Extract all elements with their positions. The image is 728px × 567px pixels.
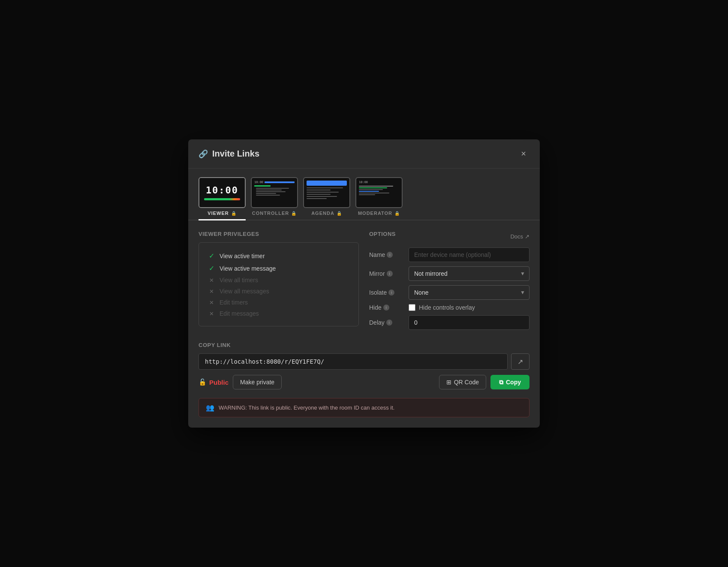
mo-lines bbox=[359, 186, 399, 195]
open-link-button[interactable]: ↗ bbox=[511, 353, 529, 370]
tc-line-3 bbox=[256, 191, 286, 192]
left-actions: 🔓 Public Make private bbox=[199, 375, 282, 389]
tc-line-1 bbox=[256, 188, 289, 189]
tab-moderator[interactable]: 10:00 MODERATOR 🔒 bbox=[355, 177, 403, 220]
agenda-lock-icon: 🔒 bbox=[337, 211, 342, 216]
warning-text: WARNING: This link is public. Everyone w… bbox=[219, 404, 394, 411]
name-row: Name i bbox=[369, 247, 529, 262]
viewer-lock-icon: 🔒 bbox=[231, 211, 237, 216]
agenda-tab-label: AGENDA 🔒 bbox=[311, 211, 342, 216]
priv-label-5: Edit timers bbox=[220, 299, 248, 306]
mirror-row: Mirror i Not mirrored Mirrored ▼ bbox=[369, 266, 529, 281]
mirror-select-wrap: Not mirrored Mirrored ▼ bbox=[409, 266, 529, 281]
hide-checkbox-row: Hide controls overlay bbox=[409, 304, 475, 311]
docs-link[interactable]: Docs ↗ bbox=[510, 233, 529, 240]
priv-label-1: View active timer bbox=[220, 253, 265, 259]
copy-link-section: Copy Link ↗ 🔓 Public Make private bbox=[199, 342, 529, 389]
tc-top-row: 10:00 bbox=[254, 181, 295, 184]
url-input[interactable] bbox=[199, 353, 508, 370]
priv-x-4: ✕ bbox=[208, 288, 215, 295]
tabs-row: 10:00 VIEWER 🔒 10:00 bbox=[188, 169, 540, 220]
isolate-info-icon[interactable]: i bbox=[388, 290, 394, 296]
hide-info-icon[interactable]: i bbox=[383, 305, 389, 311]
priv-label-3: View all timers bbox=[220, 277, 258, 284]
name-input[interactable] bbox=[409, 247, 529, 262]
priv-item-2: ✓ View active message bbox=[208, 262, 350, 274]
link-icon: 🔗 bbox=[199, 149, 208, 159]
priv-check-2: ✓ bbox=[208, 264, 215, 272]
tc-lines bbox=[254, 188, 295, 196]
priv-label-4: View all messages bbox=[220, 288, 269, 295]
mo-line-blue bbox=[359, 191, 379, 192]
moderator-lock-icon: 🔒 bbox=[394, 211, 400, 216]
copy-button[interactable]: ⧉ Copy bbox=[490, 375, 529, 389]
moderator-tab-label: MODERATOR 🔒 bbox=[358, 211, 400, 216]
mirror-label: Mirror i bbox=[369, 270, 403, 277]
ag-lines bbox=[307, 187, 347, 199]
tab-viewer[interactable]: 10:00 VIEWER 🔒 bbox=[199, 177, 246, 220]
hide-checkbox[interactable] bbox=[409, 304, 415, 311]
isolate-row: Isolate i None ▼ bbox=[369, 285, 529, 300]
tc-green-bar bbox=[254, 185, 271, 187]
name-info-icon[interactable]: i bbox=[387, 252, 393, 258]
options-section: Options Docs ↗ Name i bbox=[369, 231, 529, 330]
priv-item-3: ✕ View all timers bbox=[208, 274, 350, 286]
viewer-progress-bar bbox=[204, 198, 241, 200]
invite-links-modal: 🔗 Invite Links × 10:00 VIEWER 🔒 bbox=[188, 139, 540, 428]
name-label: Name i bbox=[369, 251, 403, 258]
isolate-select-wrap: None ▼ bbox=[409, 285, 529, 300]
delay-label: Delay i bbox=[369, 319, 403, 326]
qr-icon: ⊞ bbox=[446, 379, 451, 386]
mo-header: 10:00 bbox=[359, 181, 399, 184]
external-link-icon: ↗ bbox=[525, 233, 529, 240]
isolate-select[interactable]: None bbox=[409, 285, 529, 300]
priv-item-1: ✓ View active timer bbox=[208, 250, 350, 262]
priv-label-2: View active message bbox=[220, 265, 276, 272]
qr-code-button[interactable]: ⊞ QR Code bbox=[439, 375, 486, 389]
viewer-thumbnail: 10:00 bbox=[199, 177, 246, 208]
mirror-select[interactable]: Not mirrored Mirrored bbox=[409, 266, 529, 281]
tab-agenda[interactable]: AGENDA 🔒 bbox=[303, 177, 350, 220]
priv-x-5: ✕ bbox=[208, 299, 215, 306]
controller-thumbnail: 10:00 bbox=[251, 177, 298, 208]
ag-line-4 bbox=[307, 194, 331, 195]
title-group: 🔗 Invite Links bbox=[199, 149, 259, 159]
agenda-thumbnail bbox=[303, 177, 350, 208]
options-grid: Name i Mirror i bbox=[369, 247, 529, 330]
mirror-info-icon[interactable]: i bbox=[387, 271, 393, 277]
action-row: 🔓 Public Make private ⊞ QR Code ⧉ Copy bbox=[199, 375, 529, 389]
delay-info-icon[interactable]: i bbox=[386, 320, 392, 326]
make-private-button[interactable]: Make private bbox=[233, 375, 282, 389]
warning-icon: 👥 bbox=[206, 404, 214, 412]
ag-blue-bar bbox=[307, 181, 347, 186]
ag-line-5 bbox=[307, 196, 337, 197]
priv-label-6: Edit messages bbox=[220, 310, 259, 317]
modal-title: Invite Links bbox=[212, 149, 259, 159]
tc-blue-bar bbox=[265, 181, 295, 183]
privileges-box: ✓ View active timer ✓ View active messag… bbox=[199, 242, 359, 326]
moderator-clock: 10:00 bbox=[359, 181, 368, 184]
tab-controller[interactable]: 10:00 CONTROLLER 🔒 bbox=[251, 177, 298, 220]
copy-link-row: ↗ bbox=[199, 353, 529, 370]
public-icon: 🔓 bbox=[199, 378, 207, 386]
privileges-title: Viewer Privileges bbox=[199, 231, 359, 237]
hide-checkbox-label: Hide controls overlay bbox=[419, 304, 475, 311]
priv-x-3: ✕ bbox=[208, 277, 215, 284]
warning-box: 👥 WARNING: This link is public. Everyone… bbox=[199, 398, 529, 417]
delay-input[interactable] bbox=[409, 315, 529, 330]
tc-line-2 bbox=[256, 190, 282, 190]
ag-line-2 bbox=[307, 190, 331, 190]
mo-line-1 bbox=[359, 186, 393, 187]
external-open-icon: ↗ bbox=[517, 358, 523, 366]
priv-item-4: ✕ View all messages bbox=[208, 286, 350, 297]
ag-line-3 bbox=[307, 192, 339, 193]
right-actions: ⊞ QR Code ⧉ Copy bbox=[439, 375, 529, 389]
copy-link-title: Copy Link bbox=[199, 342, 529, 348]
privileges-section: Viewer Privileges ✓ View active timer ✓ … bbox=[199, 231, 359, 330]
controller-lock-icon: 🔒 bbox=[291, 211, 297, 216]
tc-line-4 bbox=[256, 193, 276, 194]
controller-clock: 10:00 bbox=[254, 181, 263, 184]
modal-overlay: 🔗 Invite Links × 10:00 VIEWER 🔒 bbox=[0, 0, 728, 567]
close-button[interactable]: × bbox=[517, 147, 529, 160]
delay-row: Delay i bbox=[369, 315, 529, 330]
